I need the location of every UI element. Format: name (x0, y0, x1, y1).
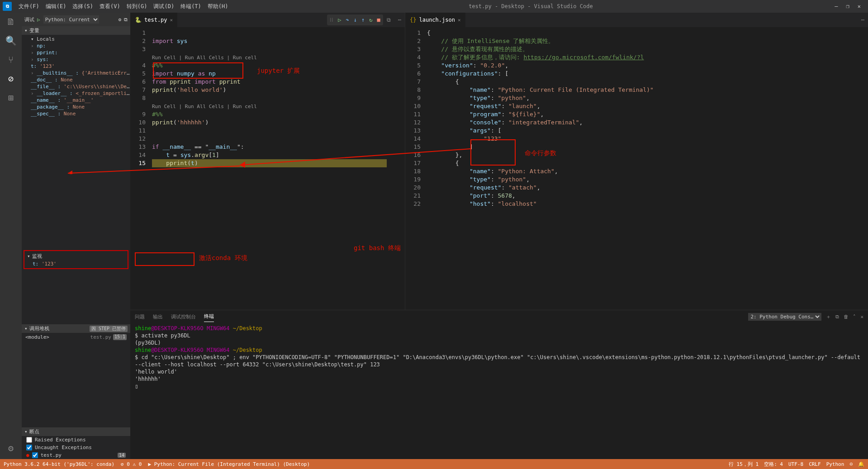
panel-tab-output[interactable]: 输出 (153, 312, 163, 322)
menu-help[interactable]: 帮助(H) (204, 3, 232, 10)
explorer-icon[interactable]: 🗎 (6, 16, 15, 27)
debug-header-label: 调试 (24, 16, 34, 23)
menu-goto[interactable]: 转到(G) (123, 3, 151, 10)
restart-icon[interactable]: ↻ (369, 17, 372, 23)
window-close-icon[interactable]: ✕ (858, 3, 861, 9)
menu-terminal[interactable]: 终端(T) (177, 3, 204, 10)
stop-icon[interactable]: ■ (377, 17, 380, 23)
window-title: test.py - Desktop - Visual Studio Code (232, 3, 830, 9)
close-panel-icon[interactable]: ✕ (860, 314, 863, 320)
breakpoints-section-title[interactable]: ▾ 断点 (22, 427, 130, 436)
debug-settings-gear-icon[interactable]: ⚙ (118, 17, 121, 23)
breakpoints-list: Raised Exceptions Uncaught Exceptions ● … (22, 436, 130, 459)
variable-row[interactable]: › __builtins__ : {'ArithmeticError': (27, 70, 130, 76)
continue-icon[interactable]: ▷ (338, 17, 341, 23)
extensions-icon[interactable]: ⊞ (8, 92, 14, 103)
bottom-panel: 问题 输出 调试控制台 终端 2: Python Debug Cons… ＋ ⧉… (130, 310, 868, 459)
step-over-icon[interactable]: ↷ (346, 17, 349, 23)
status-indent[interactable]: 空格: 4 (764, 461, 783, 468)
variables-section-title[interactable]: ▾ 变量 (22, 26, 130, 35)
debug-sidepanel: 调试 ▷ Python: Current File (Integrated Te… (22, 13, 130, 459)
menu-view[interactable]: 查看(V) (96, 3, 123, 10)
variable-row[interactable]: __file__ : 'c:\\Users\\shine\\Desktop\\… (27, 83, 130, 90)
window-minimize-icon[interactable]: — (835, 3, 838, 9)
watch-item[interactable]: t: '123' (24, 261, 128, 267)
status-debug-config[interactable]: ▶ Python: Current File (Integrated Termi… (148, 461, 310, 467)
debug-toolbar: ⁞⁞ ▷ ↷ ↓ ↑ ↻ ■ (327, 14, 383, 25)
tabbar-right: {} launch.json × ⋯ (405, 13, 868, 27)
variable-row[interactable]: __spec__ : None (27, 110, 130, 117)
breakpoint-raised[interactable]: Raised Exceptions (22, 436, 130, 444)
variable-row[interactable]: __doc__ : None (27, 76, 130, 83)
panel-tab-debugconsole[interactable]: 调试控制台 (171, 312, 196, 322)
settings-gear-icon[interactable]: ⚙ (8, 443, 14, 454)
status-problems[interactable]: ⊘ 0 ⚠ 0 (121, 461, 142, 467)
window-maximize-icon[interactable]: ❐ (846, 3, 849, 9)
menubar: ⧉ 文件(F) 编辑(E) 选择(S) 查看(V) 转到(G) 调试(D) 终端… (0, 0, 868, 13)
breakpoint-file[interactable]: ● test.py14 (22, 451, 130, 459)
callstack-section-title[interactable]: ▾ 调用堆栈因 STEP 已暂停 (22, 324, 130, 333)
menu-select[interactable]: 选择(S) (69, 3, 96, 10)
maximize-panel-icon[interactable]: ˄ (853, 314, 856, 320)
activity-bar: 🗎 🔍 ⑂ ⊘ ⊞ ⚙ (0, 13, 22, 459)
tab-testpy[interactable]: 🐍 test.py × (130, 13, 178, 27)
variable-row[interactable]: › sys: (27, 56, 130, 63)
tab-close-icon[interactable]: × (458, 17, 461, 23)
split-terminal-icon[interactable]: ⧉ (835, 314, 839, 320)
status-lang[interactable]: Python (826, 461, 844, 467)
step-out-icon[interactable]: ↑ (361, 17, 365, 23)
status-feedback-icon[interactable]: ☺ (849, 461, 853, 467)
callstack-frame[interactable]: <module> test.py 15:1 (22, 333, 130, 341)
kill-terminal-icon[interactable]: 🗑 (844, 314, 849, 320)
debug-console-icon[interactable]: ⧉ (124, 17, 128, 23)
split-editor-icon[interactable]: ⧉ (383, 13, 394, 27)
status-bar: Python 3.6.2 64-bit ('py36DL': conda) ⊘ … (0, 459, 868, 469)
watch-section-title[interactable]: ▾ 监视 (24, 252, 128, 261)
terminal-select[interactable]: 2: Python Debug Cons… (748, 313, 821, 321)
breakpoint-uncaught[interactable]: Uncaught Exceptions (22, 444, 130, 451)
vscode-logo-icon: ⧉ (3, 2, 12, 11)
search-icon[interactable]: 🔍 (5, 35, 17, 46)
menu-file[interactable]: 文件(F) (15, 3, 43, 10)
tab-close-icon[interactable]: × (170, 17, 173, 23)
more-actions-icon[interactable]: ⋯ (394, 13, 405, 27)
panel-tab-problems[interactable]: 问题 (135, 312, 145, 322)
menu-edit[interactable]: 编辑(E) (43, 3, 70, 10)
status-cursor[interactable]: 行 15，列 1 (729, 461, 759, 468)
tab-label: test.py (144, 17, 167, 23)
more-actions-icon[interactable]: ⋯ (858, 13, 868, 27)
json-file-icon: {} (410, 17, 416, 23)
variable-row[interactable]: __name__ : '__main__' (27, 97, 130, 104)
drag-grip-icon[interactable]: ⁞⁞ (330, 17, 333, 23)
variable-row[interactable]: t: '123' (27, 63, 130, 70)
variable-row[interactable]: › np: (27, 43, 130, 49)
status-bell-icon[interactable]: 🔔 (858, 461, 864, 467)
step-into-icon[interactable]: ↓ (354, 17, 357, 23)
python-file-icon: 🐍 (135, 17, 142, 23)
terminal[interactable]: shine@DESKTOP-KLK956O MINGW64 ~/Desktop$… (130, 323, 868, 459)
tab-label: launch.json (419, 17, 455, 23)
debug-config-select[interactable]: Python: Current File (Integrated Termina… (43, 15, 100, 24)
status-encoding[interactable]: UTF-8 (788, 461, 803, 467)
status-eol[interactable]: CRLF (809, 461, 821, 467)
tabbar-left: 🐍 test.py × ⁞⁞ ▷ ↷ ↓ ↑ ↻ ■ ⧉ ⋯ (130, 13, 405, 27)
panel-tabs: 问题 输出 调试控制台 终端 2: Python Debug Cons… ＋ ⧉… (130, 310, 868, 323)
debug-icon[interactable]: ⊘ (8, 73, 14, 84)
scm-icon[interactable]: ⑂ (8, 54, 14, 65)
debug-header: 调试 ▷ Python: Current File (Integrated Te… (22, 13, 130, 26)
locals-toggle[interactable]: ▾ Locals (27, 36, 130, 43)
variable-row[interactable]: __package__ : None (27, 104, 130, 110)
start-debug-icon[interactable]: ▷ (37, 17, 40, 23)
panel-tab-terminal[interactable]: 终端 (204, 311, 214, 322)
status-python[interactable]: Python 3.6.2 64-bit ('py36DL': conda) (4, 461, 114, 467)
tab-launchjson[interactable]: {} launch.json × (405, 13, 466, 27)
variable-row[interactable]: › __loader__ : <_frozen_importlib_extern… (27, 90, 130, 97)
watch-section: ▾ 监视 t: '123' (24, 250, 128, 269)
variable-row[interactable]: › pprint: (27, 49, 130, 56)
menu-debug[interactable]: 调试(D) (150, 3, 177, 10)
new-terminal-icon[interactable]: ＋ (826, 313, 831, 320)
